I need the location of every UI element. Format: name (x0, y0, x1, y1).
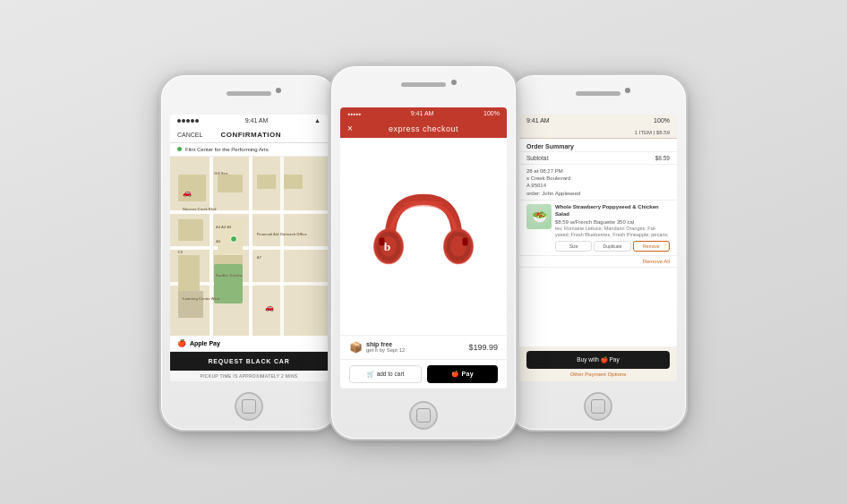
earpiece-checkout (401, 82, 446, 87)
size-button[interactable]: Size (555, 241, 592, 252)
screen-checkout: ●●●●● 9:41 AM 100% × express checkout (340, 107, 507, 389)
destination-text: Flint Center for the Performing Arts (185, 147, 269, 152)
phone-order: 9:41 AM 100% 1 ITEM | $8.59 Order Summar… (509, 73, 688, 431)
add-to-cart-label: add to cart (377, 371, 405, 377)
svg-text:b: b (384, 239, 391, 252)
subtotal-label: Subtotal: (526, 155, 550, 161)
checkout-battery: 100% (483, 110, 500, 116)
map-pin (230, 235, 237, 243)
headphones-image: b (370, 183, 477, 290)
phone-uber: 9:41 AM ▲ CANCEL CONFIRMATION Flint Cent… (159, 73, 338, 431)
confirmation-title: CONFIRMATION (220, 131, 281, 139)
checkout-header: × express checkout (340, 120, 507, 138)
close-button[interactable]: × (347, 124, 353, 133)
destination-dot (177, 147, 182, 151)
screen-uber: 9:41 AM ▲ CANCEL CONFIRMATION Flint Cent… (170, 115, 328, 381)
order-meta: 28 at 08:27 PM s Creek Boulevard A 95014… (519, 165, 677, 201)
camera-order (625, 88, 630, 93)
car-icon-2: 🚗 (265, 303, 274, 312)
phone-checkout: ●●●●● 9:41 AM 100% × express checkout (329, 64, 518, 440)
phones-container: 9:41 AM ▲ CANCEL CONFIRMATION Flint Cent… (159, 64, 688, 440)
checkout-time: 9:41 AM (411, 110, 434, 116)
item-price: $8.59 w/French Baguette 350 cal (555, 219, 670, 225)
signal-dots (177, 119, 199, 123)
earpiece-uber (227, 91, 271, 96)
shipping-info: 📦 ship free get it by Sept 12 $199.99 (340, 335, 507, 360)
product-price: $199.99 (468, 343, 498, 352)
item-count: 1 ITEM | $8.59 (635, 130, 670, 135)
pickup-time-text: PICKUP TIME IS APPROXIMATELY 2 MINS (170, 371, 328, 381)
home-button-checkout[interactable] (409, 401, 438, 430)
apple-pay-label: Apple Pay (190, 340, 220, 346)
cart-icon: 🛒 (367, 371, 374, 378)
uber-time: 9:41 AM (245, 117, 269, 124)
product-display: b (340, 138, 507, 335)
svg-rect-9 (380, 237, 385, 245)
car-icon-1: 🚗 (183, 189, 192, 197)
order-header: 1 ITEM | $8.59 (519, 127, 677, 139)
order-status-bar: 9:41 AM 100% (519, 115, 677, 127)
camera-uber (276, 88, 281, 93)
item-description: ies; Romaine Lettuce; Mandarin Oranges; … (555, 226, 670, 238)
add-to-cart-button[interactable]: 🛒 add to cart (349, 365, 422, 383)
uber-status-bar: 9:41 AM ▲ (170, 115, 328, 127)
item-name: Whole Strawberry Poppyseed & Chicken Sal… (555, 204, 670, 218)
uber-header: CANCEL CONFIRMATION (170, 127, 328, 143)
uber-wifi: ▲ (314, 117, 321, 124)
subtotal-row: Subtotal: $8.59 (519, 152, 677, 165)
camera-checkout (451, 80, 457, 85)
screen-order: 9:41 AM 100% 1 ITEM | $8.59 Order Summar… (519, 115, 677, 381)
order-content: Order Summary Subtotal: $8.59 28 at 08:2… (519, 139, 677, 346)
home-button-uber[interactable] (235, 392, 263, 421)
apple-pay-btn-label: 🍎 Pay (451, 371, 474, 378)
home-button-order[interactable] (584, 392, 612, 421)
remove-button[interactable]: Remove (633, 241, 670, 252)
checkout-actions: 🛒 add to cart 🍎 Pay (340, 360, 507, 389)
uber-map: 🚗 🚗 Stevens Creek Blvd A1 A2 A3 A5 A7 C2… (170, 157, 328, 336)
cancel-button[interactable]: CANCEL (177, 132, 202, 138)
duplicate-button[interactable]: Duplicate (594, 241, 630, 252)
shipping-icon: 📦 (349, 341, 363, 354)
order-battery: 100% (654, 117, 670, 124)
order-summary-title: Order Summary (519, 139, 677, 152)
item-actions: Size Duplicate Remove (555, 241, 670, 252)
request-black-car-button[interactable]: REQUEST BLACK CAR (170, 352, 328, 371)
order-footer: Buy with 🍎 Pay Other Payment Options (519, 346, 677, 381)
checkout-status-bar: ●●●●● 9:41 AM 100% (340, 107, 507, 120)
remove-all-button[interactable]: Remove All (519, 256, 677, 268)
earpiece-order (576, 91, 620, 96)
item-thumbnail: 🥗 (526, 204, 552, 229)
svg-rect-10 (463, 237, 468, 245)
order-time: 9:41 AM (526, 117, 550, 124)
ship-date-label: get it by Sept 12 (366, 347, 405, 353)
other-payment-options[interactable]: Other Payment Options (526, 372, 670, 377)
subtotal-value: $8.59 (655, 155, 670, 161)
buy-label: Buy with 🍎 Pay (577, 356, 619, 363)
uber-apple-pay-row: 🍎 Apple Pay (170, 336, 328, 352)
ship-free-label: ship free (366, 341, 405, 347)
checkout-title: express checkout (389, 124, 458, 133)
apple-pay-button[interactable]: 🍎 Pay (427, 365, 498, 383)
buy-with-apple-pay-button[interactable]: Buy with 🍎 Pay (526, 351, 670, 369)
order-item: 🥗 Whole Strawberry Poppyseed & Chicken S… (519, 201, 677, 256)
uber-destination: Flint Center for the Performing Arts (170, 143, 328, 157)
